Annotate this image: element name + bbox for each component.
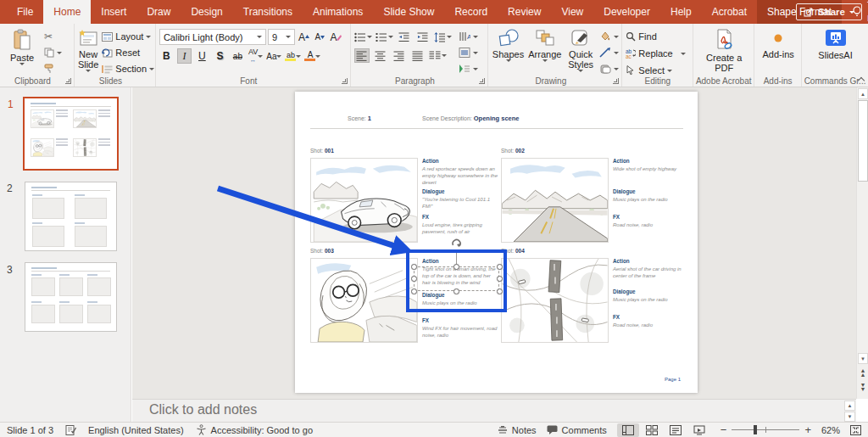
shot-text-004[interactable]: ActionAerial shot of the car driving in … xyxy=(613,258,689,343)
select-button[interactable]: Select xyxy=(626,64,685,77)
tab-developer[interactable]: Developer xyxy=(593,0,660,24)
previous-slide-button[interactable]: ▲▲ xyxy=(859,368,867,377)
notes-scroll-up-button[interactable]: ▲ xyxy=(844,401,855,411)
shot-sketch-002[interactable] xyxy=(501,158,609,243)
drawing-dialog-launcher[interactable] xyxy=(613,78,619,84)
rotate-handle[interactable] xyxy=(450,238,463,250)
clipboard-dialog-launcher[interactable] xyxy=(65,78,71,84)
highlight-color-button[interactable]: ab xyxy=(285,48,301,64)
cut-button[interactable]: ✂ xyxy=(44,30,62,43)
shapes-button[interactable]: Shapes xyxy=(492,27,524,62)
arrange-button[interactable]: Arrange xyxy=(528,27,562,62)
vertical-scrollbar[interactable]: ▲ ▼ ▲▲ ▼▼ xyxy=(856,87,868,399)
shot-sketch-001[interactable] xyxy=(310,158,418,243)
copy-button[interactable] xyxy=(44,46,62,59)
font-color-button[interactable]: A xyxy=(304,48,320,64)
convert-smartart-button[interactable] xyxy=(459,62,478,76)
accessibility-checker[interactable]: Accessibility: Good to go xyxy=(196,424,313,435)
font-name-combobox[interactable]: Calibri Light (Body) xyxy=(159,29,266,45)
clear-formatting-button[interactable]: A xyxy=(329,30,343,45)
tab-slide-show[interactable]: Slide Show xyxy=(373,0,444,24)
tab-file[interactable]: File xyxy=(7,0,43,24)
notes-pane[interactable]: Click to add notes ▲ ▼ xyxy=(132,399,856,422)
paste-button[interactable]: Paste xyxy=(3,27,41,65)
tab-animations[interactable]: Animations xyxy=(303,0,373,24)
tab-record[interactable]: Record xyxy=(444,0,498,24)
align-text-button[interactable] xyxy=(459,46,478,59)
slide-thumbnail-3[interactable] xyxy=(25,262,117,332)
notes-placeholder[interactable]: Click to add notes xyxy=(149,402,257,417)
italic-button[interactable]: I xyxy=(177,48,192,64)
zoom-slider-thumb[interactable] xyxy=(754,425,757,434)
notes-toggle-button[interactable]: Notes xyxy=(498,425,537,435)
notes-scrollbar[interactable]: ▲ ▼ xyxy=(844,401,856,423)
comments-button[interactable]: Comments xyxy=(547,425,607,435)
zoom-level[interactable]: 62% xyxy=(821,425,840,435)
change-case-button[interactable]: Aa xyxy=(266,48,281,64)
tab-view[interactable]: View xyxy=(551,0,593,24)
shot-sketch-003[interactable] xyxy=(310,258,418,343)
slide-show-button[interactable] xyxy=(688,423,710,437)
reset-button[interactable]: Reset xyxy=(102,46,154,59)
bullets-button[interactable] xyxy=(354,30,372,44)
slide-sorter-view-button[interactable] xyxy=(641,423,663,437)
text-direction-button[interactable]: A xyxy=(459,30,478,43)
scroll-up-button[interactable]: ▲ xyxy=(858,88,868,99)
create-pdf-button[interactable]: Create a PDF xyxy=(704,27,744,73)
shot-sketch-004[interactable] xyxy=(501,258,609,343)
tab-design[interactable]: Design xyxy=(181,0,232,24)
spell-check-button[interactable] xyxy=(65,424,76,435)
slide-thumbnail-1[interactable] xyxy=(23,97,119,171)
align-center-button[interactable] xyxy=(373,48,388,63)
section-button[interactable]: Section xyxy=(102,62,154,76)
shot-text-001[interactable]: ActionA red sportscar speeds down an emp… xyxy=(422,158,498,243)
quick-styles-button[interactable]: Quick Styles xyxy=(565,27,596,72)
slide-editing-area[interactable]: Scene: 1 Scene Description: Opening scen… xyxy=(295,92,698,393)
increase-font-size-button[interactable]: A xyxy=(297,30,311,45)
scrollbar-thumb[interactable] xyxy=(858,100,868,182)
shape-outline-button[interactable] xyxy=(599,46,619,59)
format-painter-button[interactable] xyxy=(44,62,62,76)
scene-field[interactable]: Scene: 1 xyxy=(348,115,371,122)
addins-button[interactable]: Add-ins xyxy=(759,27,798,59)
next-slide-button[interactable]: ▼▼ xyxy=(859,383,867,391)
align-right-button[interactable] xyxy=(392,48,407,63)
zoom-in-button[interactable]: + xyxy=(804,423,811,436)
share-button[interactable]: Share xyxy=(796,3,862,20)
language-indicator[interactable]: English (United States) xyxy=(88,425,184,435)
tab-review[interactable]: Review xyxy=(498,0,551,24)
character-spacing-button[interactable]: AV↔ xyxy=(248,48,263,64)
line-spacing-button[interactable] xyxy=(434,30,452,44)
font-dialog-launcher[interactable] xyxy=(342,78,348,84)
fit-slide-to-window-button[interactable] xyxy=(850,425,861,435)
reading-view-button[interactable] xyxy=(665,423,687,437)
replace-button[interactable]: abacReplace xyxy=(626,47,685,60)
underline-button[interactable]: U xyxy=(195,48,209,64)
increase-indent-button[interactable] xyxy=(415,30,431,44)
scene-description-field[interactable]: Scene Description: Opening scene xyxy=(422,115,519,122)
find-button[interactable]: Find xyxy=(626,30,685,43)
normal-view-button[interactable] xyxy=(617,423,639,437)
align-left-button[interactable] xyxy=(354,48,370,63)
slide-thumbnail-2[interactable] xyxy=(25,182,117,251)
tab-home[interactable]: Home xyxy=(43,0,91,24)
scroll-down-button[interactable]: ▼ xyxy=(858,353,868,364)
zoom-slider[interactable] xyxy=(732,429,799,430)
tab-transitions[interactable]: Transitions xyxy=(233,0,303,24)
strikethrough-button[interactable]: ab xyxy=(231,48,245,64)
paragraph-dialog-launcher[interactable] xyxy=(479,78,485,84)
zoom-out-button[interactable]: − xyxy=(721,423,727,436)
shape-effects-button[interactable] xyxy=(599,62,619,76)
slidesai-button[interactable]: SlidesAI xyxy=(814,27,858,60)
tab-draw[interactable]: Draw xyxy=(136,0,181,24)
tab-insert[interactable]: Insert xyxy=(91,0,136,24)
tab-acrobat[interactable]: Acrobat xyxy=(702,0,757,24)
font-size-combobox[interactable]: 9 xyxy=(268,29,295,45)
text-shadow-button[interactable]: S xyxy=(213,48,227,64)
shot-text-002[interactable]: ActionWide shot of empty highway Dialogu… xyxy=(613,158,689,243)
new-slide-button[interactable]: New Slide xyxy=(78,27,98,72)
bold-button[interactable]: B xyxy=(159,48,174,64)
layout-button[interactable]: Layout xyxy=(102,30,154,43)
shape-fill-button[interactable] xyxy=(599,30,619,43)
decrease-font-size-button[interactable]: A xyxy=(313,30,327,45)
